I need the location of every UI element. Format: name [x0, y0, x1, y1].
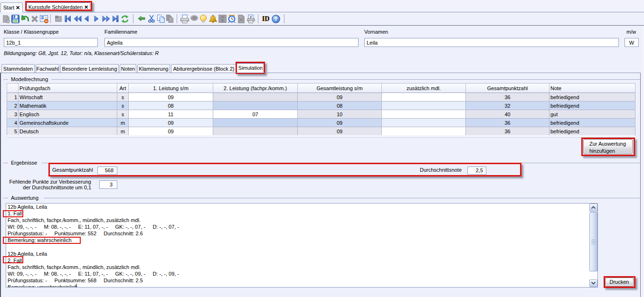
svg-text:TB: TB: [221, 16, 225, 19]
svg-text:?: ?: [275, 16, 278, 22]
svg-text:Z: Z: [250, 15, 252, 19]
